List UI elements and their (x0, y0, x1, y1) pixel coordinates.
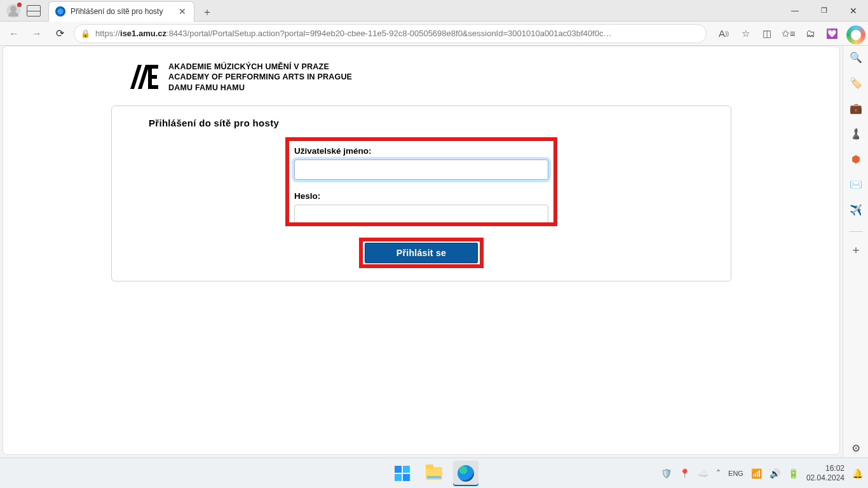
sidebar-send-icon[interactable]: ✈️ (848, 202, 864, 217)
window-minimize-button[interactable] (780, 0, 810, 22)
windows-taskbar: 🛡️ 📍 ☁️ ˄ ENG 📶 🔊 🔋 16:02 02.04.2024 🔔 (0, 458, 868, 488)
copilot-icon[interactable] (846, 25, 865, 44)
username-label: Uživatelské jméno: (294, 146, 548, 156)
new-tab-button[interactable]: ＋ (198, 4, 216, 22)
tray-battery-icon[interactable]: 🔋 (788, 468, 799, 478)
logo-mark-icon (129, 64, 159, 90)
sidebar-tools-icon[interactable]: 💼 (848, 100, 864, 116)
split-screen-icon[interactable]: ◫ (757, 24, 776, 43)
tray-clock[interactable]: 16:02 02.04.2024 (806, 464, 844, 482)
sidebar-search-icon[interactable]: 🔍 (848, 50, 864, 65)
username-input[interactable] (294, 159, 548, 180)
tab-actions-icon[interactable] (27, 5, 41, 17)
browser-titlebar: Přihlášení do sítě pro hosty ✕ ＋ (0, 0, 868, 22)
favorites-list-icon[interactable]: ✩≡ (779, 24, 798, 43)
window-close-button[interactable] (839, 0, 868, 22)
sidebar-m365-icon[interactable]: ⬢ (848, 151, 864, 166)
tray-wifi-icon[interactable]: 📶 (751, 468, 762, 478)
svg-rect-1 (148, 65, 158, 69)
tray-location-icon[interactable]: 📍 (679, 468, 690, 478)
tray-security-icon[interactable]: 🛡️ (661, 468, 672, 478)
collections-icon[interactable]: 🗂 (801, 24, 820, 43)
performance-icon[interactable]: 💟 (822, 24, 841, 43)
tray-notifications-icon[interactable]: 🔔 (852, 468, 863, 478)
profile-avatar[interactable] (6, 4, 20, 18)
sidebar-settings-icon[interactable]: ⚙ (848, 440, 864, 456)
window-maximize-button[interactable] (810, 0, 839, 22)
nav-back-button[interactable]: ← (5, 25, 23, 43)
browser-toolbar: ← → ⟳ 🔒 https://ise1.amu.cz:8443/portal/… (0, 22, 868, 46)
favorite-icon[interactable]: ☆ (736, 24, 755, 43)
sidebar-shopping-icon[interactable]: 🏷️ (848, 75, 864, 90)
lock-icon: 🔒 (81, 29, 90, 38)
page-viewport: AKADEMIE MÚZICKÝCH UMĚNÍ V PRAZE ACADEMY… (3, 46, 840, 455)
taskbar-edge-icon[interactable] (453, 461, 478, 486)
address-bar[interactable]: 🔒 https://ise1.amu.cz:8443/portal/Portal… (74, 24, 707, 43)
sidebar-divider (849, 231, 863, 232)
login-panel: Přihlášení do sítě pro hosty Uživatelské… (111, 105, 731, 281)
url-text: https://ise1.amu.cz:8443/portal/PortalSe… (95, 29, 611, 38)
sidebar-games-icon[interactable]: ♟️ (848, 126, 864, 141)
tray-language-icon[interactable]: ENG (728, 470, 743, 477)
start-button[interactable] (390, 461, 415, 486)
site-logo: AKADEMIE MÚZICKÝCH UMĚNÍ V PRAZE ACADEMY… (3, 46, 839, 99)
svg-rect-3 (148, 85, 158, 89)
sidebar-outlook-icon[interactable]: ✉️ (848, 177, 864, 192)
browser-tab[interactable]: Přihlášení do sítě pro hosty ✕ (48, 1, 194, 22)
tab-close-icon[interactable]: ✕ (177, 6, 187, 17)
tab-title: Přihlášení do sítě pro hosty (71, 7, 172, 16)
system-tray[interactable]: 🛡️ 📍 ☁️ ˄ ENG 📶 🔊 🔋 16:02 02.04.2024 🔔 (661, 464, 863, 482)
logo-text: AKADEMIE MÚZICKÝCH UMĚNÍ V PRAZE ACADEMY… (168, 62, 352, 93)
tab-favicon (55, 6, 65, 17)
tray-volume-icon[interactable]: 🔊 (770, 468, 780, 478)
panel-title: Přihlášení do sítě pro hosty (149, 118, 713, 128)
svg-rect-2 (148, 75, 157, 79)
password-label: Heslo: (294, 191, 548, 201)
password-input[interactable] (294, 205, 548, 225)
taskbar-explorer-icon[interactable] (421, 461, 447, 486)
submit-button[interactable]: Přihlásit se (365, 243, 478, 263)
sidebar-add-button[interactable]: ＋ (848, 242, 864, 257)
nav-refresh-button[interactable]: ⟳ (51, 25, 69, 43)
edge-sidebar: 🔍 🏷️ 💼 ♟️ ⬢ ✉️ ✈️ ＋ ⚙ (843, 46, 868, 458)
nav-forward-button: → (28, 25, 46, 43)
read-aloud-icon[interactable]: A)) (714, 24, 733, 43)
tray-chevron-up-icon[interactable]: ˄ (716, 468, 721, 478)
tray-onedrive-icon[interactable]: ☁️ (698, 468, 709, 478)
